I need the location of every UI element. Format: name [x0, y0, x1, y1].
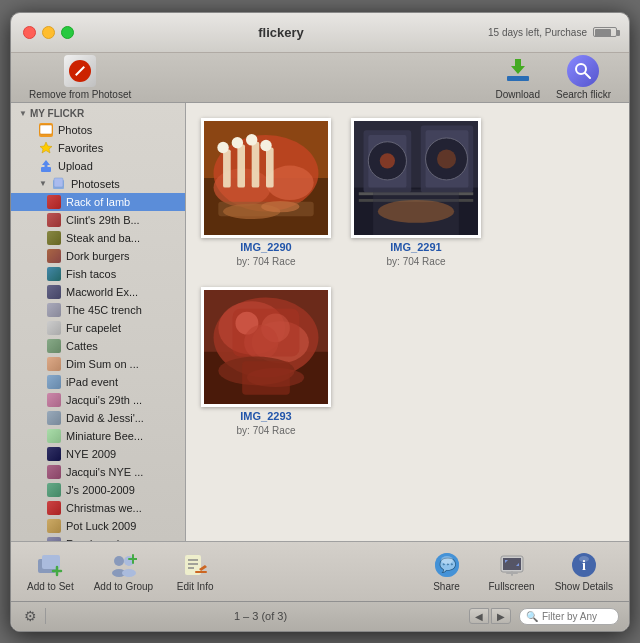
photo-by-3: by: 704 Race: [237, 425, 296, 436]
edit-info-icon: [181, 551, 209, 579]
svg-point-75: [441, 556, 453, 564]
filter-search[interactable]: 🔍: [519, 608, 619, 625]
remove-photoset-button[interactable]: Remove from Photoset: [21, 51, 139, 104]
settings-button[interactable]: ⚙: [21, 607, 39, 625]
bottom-toolbar: Add to Set Add to Group: [11, 541, 629, 601]
sidebar-item-dimsum[interactable]: Dim Sum on ...: [11, 355, 185, 373]
add-to-set-icon: [36, 551, 64, 579]
svg-rect-20: [252, 141, 260, 187]
photo-item-3[interactable]: IMG_2293 by: 704 Race: [201, 287, 331, 436]
rack-of-lamb-icon: [47, 195, 61, 209]
trial-info: 15 days left, Purchase: [488, 27, 617, 38]
svg-point-59: [114, 556, 124, 566]
prev-arrow[interactable]: ◀: [469, 608, 489, 624]
sidebar-item-clints[interactable]: Clint's 29th B...: [11, 211, 185, 229]
fullscreen-label: Fullscreen: [489, 581, 535, 592]
sidebar-item-rack-of-lamb[interactable]: Rack of lamb: [11, 193, 185, 211]
download-button[interactable]: Download: [488, 51, 548, 104]
svg-point-24: [246, 134, 257, 145]
edit-info-button[interactable]: Edit Info: [165, 547, 225, 596]
sidebar-ipad-label: iPad event: [66, 376, 118, 388]
main-area: ▼ MY FLICKR Photos Favorites: [11, 103, 629, 541]
photo-name-3: IMG_2293: [240, 410, 291, 422]
minimize-button[interactable]: [42, 26, 55, 39]
download-icon: [502, 55, 534, 87]
svg-rect-21: [266, 147, 274, 187]
sidebar-item-ipad[interactable]: iPad event: [11, 373, 185, 391]
sidebar-photosets-label: Photosets: [71, 178, 120, 190]
svg-line-4: [585, 73, 590, 78]
sidebar-item-js2000[interactable]: J's 2000-2009: [11, 481, 185, 499]
sidebar-item-christmas[interactable]: Christmas we...: [11, 499, 185, 517]
sidebar-item-cattes[interactable]: Cattes: [11, 337, 185, 355]
sidebar-item-fur[interactable]: Fur capelet: [11, 319, 185, 337]
window-controls: [23, 26, 74, 39]
download-label: Download: [496, 89, 540, 100]
svg-point-25: [260, 139, 271, 150]
sidebar-item-upload[interactable]: Upload: [11, 157, 185, 175]
maximize-button[interactable]: [61, 26, 74, 39]
sidebar-dimsum-label: Dim Sum on ...: [66, 358, 139, 370]
svg-point-22: [217, 141, 228, 152]
fullscreen-icon: [498, 551, 526, 579]
status-bar: ⚙ 1 – 3 (of 3) ◀ ▶ 🔍: [11, 601, 629, 631]
sidebar-scroll[interactable]: ▼ MY FLICKR Photos Favorites: [11, 103, 185, 541]
sidebar-item-macworld[interactable]: Macworld Ex...: [11, 283, 185, 301]
fullscreen-button[interactable]: Fullscreen: [481, 547, 543, 596]
sidebar-section-header: ▼ MY FLICKR: [11, 103, 185, 121]
sidebar-dork-label: Dork burgers: [66, 250, 130, 262]
sidebar-item-photos[interactable]: Photos: [11, 121, 185, 139]
svg-rect-12: [54, 178, 63, 187]
sidebar-item-fish[interactable]: Fish tacos: [11, 265, 185, 283]
sidebar-potluck-label: Pot Luck 2009: [66, 520, 136, 532]
add-to-set-label: Add to Set: [27, 581, 74, 592]
sidebar-cattes-label: Cattes: [66, 340, 98, 352]
sidebar-item-nye2009[interactable]: NYE 2009: [11, 445, 185, 463]
photo-thumb-2: [351, 118, 481, 238]
svg-point-38: [437, 149, 456, 168]
photo-thumb-3: [201, 287, 331, 407]
svg-rect-18: [223, 149, 231, 187]
search-flickr-button[interactable]: Search flickr: [548, 51, 619, 104]
sidebar-item-miniature[interactable]: Miniature Bee...: [11, 427, 185, 445]
add-to-group-icon: [109, 551, 137, 579]
main-window: flickery 15 days left, Purchase Remove f…: [10, 12, 630, 632]
sidebar-item-favorites[interactable]: Favorites: [11, 139, 185, 157]
sidebar-item-potluck[interactable]: Pot Luck 2009: [11, 517, 185, 535]
photosets-icon: [52, 177, 66, 191]
share-button[interactable]: 💬 Share: [417, 547, 477, 596]
sidebar-item-david[interactable]: David & Jessi'...: [11, 409, 185, 427]
svg-marker-1: [511, 59, 525, 74]
show-details-button[interactable]: i Show Details: [547, 547, 621, 596]
sidebar-steak-label: Steak and ba...: [66, 232, 140, 244]
search-input[interactable]: [542, 611, 612, 622]
next-arrow[interactable]: ▶: [491, 608, 511, 624]
sidebar-item-45c[interactable]: The 45C trench: [11, 301, 185, 319]
sidebar-item-jacquis-nye[interactable]: Jacqui's NYE ...: [11, 463, 185, 481]
content-area: IMG_2290 by: 704 Race: [186, 103, 629, 541]
titlebar: flickery 15 days left, Purchase: [11, 13, 629, 53]
sidebar-rack-label: Rack of lamb: [66, 196, 130, 208]
close-button[interactable]: [23, 26, 36, 39]
favorites-icon: [39, 141, 53, 155]
photo-item-2[interactable]: IMG_2291 by: 704 Race: [351, 118, 481, 267]
sidebar-david-label: David & Jessi'...: [66, 412, 144, 424]
photo-item-1[interactable]: IMG_2290 by: 704 Race: [201, 118, 331, 267]
show-details-icon: i: [570, 551, 598, 579]
sidebar-fur-label: Fur capelet: [66, 322, 121, 334]
main-toolbar: Remove from Photoset Download: [11, 53, 629, 103]
svg-marker-8: [40, 142, 52, 153]
remove-label: Remove from Photoset: [29, 89, 131, 100]
sidebar-item-photosets[interactable]: ▼ Photosets: [11, 175, 185, 193]
trial-text: 15 days left, Purchase: [488, 27, 587, 38]
photo-name-2: IMG_2291: [390, 241, 441, 253]
sidebar-item-jacquis29th[interactable]: Jacqui's 29th ...: [11, 391, 185, 409]
add-to-set-button[interactable]: Add to Set: [19, 547, 82, 596]
svg-point-51: [244, 325, 278, 359]
sidebar-js2000-label: J's 2000-2009: [66, 484, 135, 496]
sidebar-item-steak[interactable]: Steak and ba...: [11, 229, 185, 247]
sidebar-section-title: MY FLICKR: [30, 108, 84, 119]
sidebar-item-dork[interactable]: Dork burgers: [11, 247, 185, 265]
sidebar-nye2009-label: NYE 2009: [66, 448, 116, 460]
add-to-group-button[interactable]: Add to Group: [86, 547, 161, 596]
